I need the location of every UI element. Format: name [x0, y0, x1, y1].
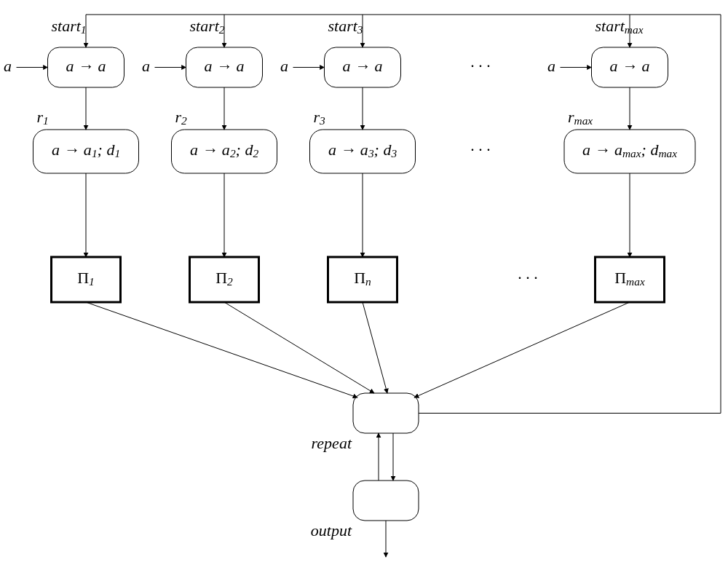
r-rule-text-2: a → a3; d3	[328, 141, 397, 159]
repeat-box	[353, 393, 419, 433]
r-rule-text-3: a → amax; dmax	[582, 141, 677, 159]
start-label-0: start1	[52, 17, 87, 36]
r-label-1: r2	[175, 108, 188, 127]
start-label-2: start3	[328, 17, 363, 36]
r-label-0: r1	[37, 108, 49, 127]
pi-text-0: Π1	[77, 269, 95, 288]
pi-text-3: Πmax	[614, 269, 645, 288]
start-rule-3: a → a	[610, 57, 650, 75]
output-label: output	[311, 521, 352, 540]
r-label-3: rmax	[568, 108, 593, 127]
repeat-label: repeat	[312, 434, 352, 452]
svg-line-5	[86, 302, 357, 398]
start-label-3: startmax	[596, 17, 644, 36]
input-a-3: a	[547, 57, 555, 75]
start-label-1: start2	[190, 17, 225, 36]
input-a-2: a	[280, 57, 288, 75]
flow-diagram: start1a → aar1a → a1; d1Π1start2a → aar2…	[0, 0, 728, 581]
input-a-0: a	[4, 57, 12, 75]
input-a-1: a	[142, 57, 150, 75]
svg-line-20	[414, 302, 630, 398]
r-rule-text-1: a → a2; d2	[190, 141, 259, 159]
r-rule-text-0: a → a1; d1	[52, 141, 120, 159]
start-rule-0: a → a	[66, 57, 106, 75]
output-box	[353, 481, 419, 521]
start-rule-2: a → a	[343, 57, 383, 75]
pi-text-1: Π2	[215, 269, 233, 288]
dots-row-pi: · · ·	[518, 269, 538, 287]
svg-line-15	[363, 302, 387, 393]
start-rule-1: a → a	[205, 57, 245, 75]
r-label-2: r3	[314, 108, 326, 127]
dots-row-r: · · ·	[470, 141, 491, 159]
dots-row-start: · · ·	[470, 57, 491, 75]
svg-line-10	[224, 302, 374, 393]
pi-text-2: Πn	[354, 269, 371, 288]
